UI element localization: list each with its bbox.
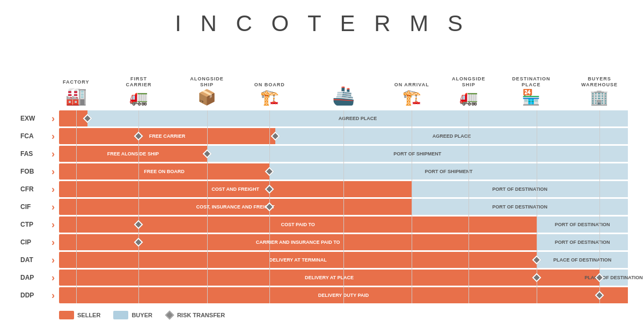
arrow-cif: › <box>52 199 59 215</box>
column-headers: FACTORY 🏭 FIRSTCARRIER 🚛 ALONGSIDESHIP 📦… <box>59 47 628 106</box>
buyer-bar-cip: PORT OF DESTINATION <box>537 234 628 250</box>
seller-bar-dap: DELIVERY AT PLACE <box>59 270 599 286</box>
crane2-icon: 🏗️ <box>394 88 429 106</box>
buyer-bar-dat: PLACE OF DESTINATION <box>537 252 628 268</box>
legend-seller: SELLER <box>59 311 100 319</box>
buyer-bar-fob: PORT OF SHIPMENT <box>269 163 628 180</box>
code-cif: CIF <box>20 203 31 211</box>
boxes-icon: 📦 <box>190 88 224 106</box>
arrow-ctp: › <box>52 216 59 233</box>
building-icon: 🏢 <box>581 88 618 106</box>
buyer-bar-ctp: PORT OF DESTINATION <box>537 216 628 233</box>
legend-seller-label: SELLER <box>77 312 100 318</box>
legend-diamond-wrap <box>165 311 174 319</box>
buyer-bar-exw: AGREED PLACE <box>87 110 628 126</box>
col-first-carrier-label: FIRSTCARRIER <box>126 76 151 88</box>
arrow-dat: › <box>52 252 59 268</box>
col-on-board-label: ON BOARD <box>254 82 285 88</box>
buyer-bar-fas: PORT OF SHIPMENT <box>207 146 628 162</box>
legend: SELLER BUYER RISK TRANSFER <box>16 311 628 319</box>
code-fas: FAS <box>20 150 33 158</box>
arrow-cip: › <box>52 234 59 250</box>
col-on-arrival-label: ON ARRIVAL <box>394 82 429 88</box>
code-fca: FCA <box>20 132 34 140</box>
col-alongside-label: ALONGSIDESHIP <box>190 76 224 88</box>
col-destination: DESTINATIONPLACE 🏪 <box>512 76 550 106</box>
seller-bar-cfr: COST AND FREIGHT <box>59 181 412 197</box>
vline-mid <box>343 110 344 303</box>
seller-bar-cif: COST, INSURANCE AND FREIGHT <box>59 199 412 215</box>
code-cfr: CFR <box>20 185 34 193</box>
col-buyers-label: BUYERSWAREHOUSE <box>581 76 618 88</box>
col-ship-label <box>332 78 355 85</box>
truck-icon: 🚛 <box>126 88 151 106</box>
col-alongside2-label: ALONGSIDESHIP <box>452 76 486 88</box>
col-alongside-ship2: ALONGSIDESHIP 🚛 <box>452 76 486 106</box>
vline-factory <box>76 110 77 303</box>
code-dap: DAP <box>20 274 34 281</box>
col-factory: FACTORY 🏭 <box>63 79 90 106</box>
buyer-bar-fca: AGREED PLACE <box>275 128 628 144</box>
vline-alongside <box>207 110 208 303</box>
rows-area: EXW › AGREED PLACE FCA › FREE CARRIER AG… <box>59 110 628 303</box>
code-ctp: CTP <box>20 221 33 228</box>
page: I N C O T E R M S FACTORY 🏭 FIRSTCARRIER… <box>0 0 644 330</box>
col-first-carrier: FIRSTCARRIER 🚛 <box>126 76 151 106</box>
code-ddp: DDP <box>20 292 34 299</box>
legend-seller-box <box>59 311 74 319</box>
col-on-arrival: ON ARRIVAL 🏗️ <box>394 82 429 106</box>
arrow-fca: › <box>52 128 59 144</box>
col-destination-label: DESTINATIONPLACE <box>512 76 550 88</box>
arrow-fob: › <box>52 163 59 180</box>
legend-buyer: BUYER <box>113 311 152 319</box>
buyer-bar-cfr: PORT OF DESTINATION <box>412 181 628 197</box>
col-buyers-warehouse: BUYERSWAREHOUSE 🏢 <box>581 76 618 106</box>
seller-bar-fob: FREE ON BOARD <box>59 163 269 180</box>
arrow-ddp: › <box>52 287 59 303</box>
factory-icon: 🏭 <box>63 86 90 106</box>
vline-alongside2 <box>469 110 469 303</box>
legend-risk: RISK TRANSFER <box>165 311 225 319</box>
code-fob: FOB <box>20 168 34 175</box>
col-on-board: ON BOARD 🏗️ <box>254 82 285 106</box>
seller-bar-fas: FREE ALONSIDE SHIP <box>59 146 207 162</box>
arrow-fas: › <box>52 146 59 162</box>
code-cip: CIP <box>20 238 31 246</box>
warehouse-icon: 🏪 <box>512 88 550 106</box>
legend-buyer-box <box>113 311 128 319</box>
page-title: I N C O T E R M S <box>16 11 628 36</box>
ship-icon: 🚢 <box>332 85 355 106</box>
legend-risk-label: RISK TRANSFER <box>177 312 225 318</box>
legend-buyer-label: BUYER <box>131 312 152 318</box>
seller-bar-fca: FREE CARRIER <box>59 128 275 144</box>
col-ship: 🚢 <box>332 78 355 106</box>
col-alongside-ship: ALONGSIDESHIP 📦 <box>190 76 224 106</box>
arrow-dap: › <box>52 270 59 286</box>
buyer-bar-cif: PORT OF DESTINATION <box>412 199 628 215</box>
legend-risk-diamond <box>165 311 174 320</box>
seller-bar-dat: DELIVERY AT TERMINAL <box>59 252 537 268</box>
crane-icon: 🏗️ <box>254 88 285 106</box>
arrow-cfr: › <box>52 181 59 197</box>
col-factory-label: FACTORY <box>63 79 90 86</box>
vline-arrival <box>412 110 412 303</box>
code-exw: EXW <box>20 115 35 122</box>
arrow-exw: › <box>52 110 59 126</box>
seller-bar-cip: CARRIER AND INSURANCE PAID TO <box>59 234 537 250</box>
code-dat: DAT <box>20 256 33 264</box>
truck2-icon: 🚛 <box>452 88 486 106</box>
seller-bar-ctp: COST PAID TO <box>59 216 537 233</box>
